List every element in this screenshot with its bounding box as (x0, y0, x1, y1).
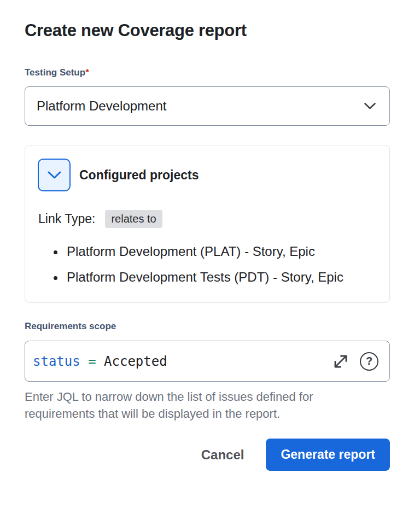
expand-diagonal-icon (331, 352, 351, 371)
jql-helper-text: Enter JQL to narrow down the list of iss… (25, 388, 375, 422)
jql-query-text: status = Accepted (33, 354, 331, 369)
testing-setup-label-text: Testing Setup (25, 67, 85, 78)
configured-projects-list: Platform Development (PLAT) - Story, Epi… (38, 241, 366, 287)
chevron-down-icon (364, 102, 376, 110)
create-coverage-report-form: Create new Coverage report Testing Setup… (0, 0, 420, 514)
jql-input[interactable]: status = Accepted ? (25, 341, 390, 382)
jql-value-token: Accepted (104, 354, 167, 369)
link-type-row: Link Type: relates to (38, 210, 376, 228)
cancel-button[interactable]: Cancel (201, 447, 244, 463)
list-item: Platform Development (PLAT) - Story, Epi… (65, 241, 366, 261)
requirements-scope-label: Requirements scope (25, 320, 390, 332)
configured-projects-panel: Configured projects Link Type: relates t… (25, 145, 390, 303)
testing-setup-label: Testing Setup* (25, 66, 390, 79)
jql-field-token: status (33, 354, 80, 369)
jql-operator-token: = (80, 354, 104, 369)
generate-report-button[interactable]: Generate report (266, 439, 390, 471)
configured-projects-heading: Configured projects (79, 168, 199, 183)
link-type-badge: relates to (105, 210, 162, 228)
testing-setup-select[interactable]: Platform Development (25, 86, 390, 126)
question-circle-icon: ? (360, 352, 378, 371)
required-asterisk: * (85, 67, 89, 78)
collapse-toggle-button[interactable] (38, 159, 71, 191)
jql-input-actions: ? (331, 352, 378, 371)
jql-help-button[interactable]: ? (360, 352, 378, 371)
link-type-label: Link Type: (38, 212, 95, 226)
testing-setup-selected-value: Platform Development (37, 98, 166, 114)
expand-editor-button[interactable] (331, 352, 351, 371)
form-actions: Cancel Generate report (25, 439, 390, 471)
page-title: Create new Coverage report (25, 20, 390, 42)
configured-projects-header: Configured projects (38, 159, 376, 191)
list-item: Platform Development Tests (PDT) - Story… (65, 267, 366, 287)
chevron-down-icon (47, 171, 62, 179)
